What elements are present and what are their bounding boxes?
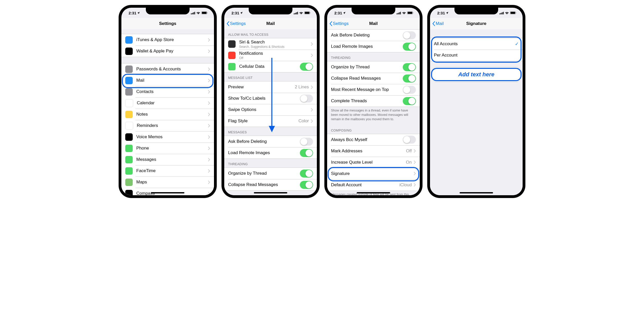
settings-row-contacts[interactable]: Contacts [121,86,214,97]
home-indicator[interactable] [151,192,184,193]
settings-row-show-to-cc-labels[interactable]: Show To/Cc Labels [224,93,317,104]
row-label: Contacts [136,89,208,94]
row-label: Notifications [239,51,311,56]
row-label: Mark Addresses [331,148,406,154]
toggle-switch[interactable] [403,63,416,71]
settings-row-per-account[interactable]: Per Account [430,50,523,61]
chevron-right-icon [208,147,210,150]
toggle-switch[interactable] [403,136,416,144]
back-button[interactable]: Settings [224,21,246,26]
row-label: Voice Memos [136,134,208,139]
settings-row-notifications[interactable]: NotificationsOff [224,50,317,61]
reminders-icon [125,122,133,130]
settings-row-collapse-read-messages[interactable]: Collapse Read Messages [327,73,420,84]
calendar-icon [125,99,133,107]
settings-row-load-remote-images[interactable]: Load Remote Images [327,41,420,52]
settings-row-voice-memos[interactable]: Voice Memos [121,131,214,143]
settings-row-maps[interactable]: Maps [121,176,214,188]
settings-row-most-recent-message-on-top[interactable]: Most Recent Message on Top [327,84,420,95]
settings-row-itunes-app-store[interactable]: iTunes & App Store [121,34,214,45]
settings-row-ask-before-deleting[interactable]: Ask Before Deleting [224,136,317,147]
nav-bar: MailSignature [430,18,523,30]
location-arrow-icon [446,12,449,14]
notes-icon [125,111,133,118]
row-label: Notes [136,112,208,117]
settings-row-ask-before-deleting[interactable]: Ask Before Deleting [327,30,420,41]
settings-row-facetime[interactable]: FaceTime [121,165,214,176]
chevron-right-icon [208,90,210,94]
chevron-right-icon [414,161,416,164]
settings-row-wallet-apple-pay[interactable]: Wallet & Apple Pay [121,45,214,57]
section-header: COMPOSING [327,125,420,134]
siri-icon [228,40,236,48]
chevron-right-icon [208,79,210,82]
toggle-switch[interactable] [300,63,313,71]
settings-row-mark-addresses[interactable]: Mark AddressesOff [327,145,420,157]
back-button[interactable]: Mail [430,21,444,26]
back-label: Settings [333,21,348,26]
settings-row-phone[interactable]: Phone [121,143,214,154]
facetime-icon [125,167,133,175]
chevron-left-icon [226,21,229,26]
row-label: Phone [136,146,208,151]
settings-row-always-bcc-myself[interactable]: Always Bcc Myself [327,134,420,145]
chevron-right-icon [311,119,313,123]
settings-row-swipe-options[interactable]: Swipe Options [224,104,317,115]
toggle-switch[interactable] [300,138,313,146]
svg-rect-16 [398,13,399,14]
settings-row-cellular-data[interactable]: Cellular Data [224,61,317,72]
settings-row-preview[interactable]: Preview2 Lines [224,81,317,93]
settings-row-increase-quote-level[interactable]: Increase Quote LevelOn [327,157,420,168]
row-label: Siri & Search [239,40,311,45]
toggle-switch[interactable] [403,74,416,82]
back-button[interactable]: Settings [327,21,348,26]
toggle-switch[interactable] [300,95,313,102]
settings-row-notes[interactable]: Notes [121,109,214,120]
settings-row-passwords-accounts[interactable]: Passwords & Accounts [121,63,214,75]
toggle-switch[interactable] [403,97,416,105]
toggle-switch[interactable] [300,170,313,178]
settings-row-load-remote-images[interactable]: Load Remote Images [224,147,317,158]
settings-row-mail[interactable]: Mail [121,75,214,86]
status-time: 2:31 [334,11,342,15]
row-label: Swipe Options [228,107,311,112]
settings-row-calendar[interactable]: Calendar [121,97,214,109]
svg-rect-25 [503,12,504,14]
home-indicator[interactable] [357,192,390,193]
chevron-right-icon [208,192,210,195]
settings-row-siri-search[interactable]: Siri & SearchSearch, Suggestions & Short… [224,38,317,50]
settings-row-reminders[interactable]: Reminders [121,120,214,131]
home-indicator[interactable] [460,192,493,193]
cellular-icon [228,63,236,70]
toggle-switch[interactable] [403,31,416,39]
home-indicator[interactable] [254,192,287,193]
back-label: Mail [436,21,444,26]
settings-row-signature[interactable]: Signature [327,168,420,179]
chevron-right-icon [311,54,313,57]
settings-row-organize-by-thread[interactable]: Organize by Thread [224,168,317,179]
toggle-switch[interactable] [300,149,313,157]
row-label: Show To/Cc Labels [228,96,300,101]
settings-row-default-account[interactable]: Default AccountiCloud [327,179,420,191]
settings-row-messages[interactable]: Messages [121,154,214,165]
chevron-right-icon [208,38,210,42]
row-label: Cellular Data [239,64,300,69]
settings-row-flag-style[interactable]: Flag StyleColor [224,115,317,127]
settings-row-complete-threads[interactable]: Complete Threads [327,95,420,107]
settings-row-collapse-read-messages[interactable]: Collapse Read Messages [224,179,317,190]
settings-row-organize-by-thread[interactable]: Organize by Thread [327,61,420,73]
row-label: Flag Style [228,118,298,124]
row-sublabel: Search, Suggestions & Shortcuts [239,45,311,49]
signature-text-input[interactable]: Add text here [432,67,521,82]
chevron-right-icon [414,183,416,187]
svg-rect-9 [296,12,297,14]
toggle-switch[interactable] [403,86,416,94]
status-time: 2:31 [437,11,445,15]
section-header: MESSAGES [224,127,317,136]
settings-row-all-accounts[interactable]: All Accounts✓ [430,38,523,50]
passwords-icon [125,66,133,73]
svg-rect-23 [501,13,502,14]
toggle-switch[interactable] [403,43,416,51]
settings-row-compass[interactable]: Compass [121,188,214,195]
toggle-switch[interactable] [300,181,313,189]
